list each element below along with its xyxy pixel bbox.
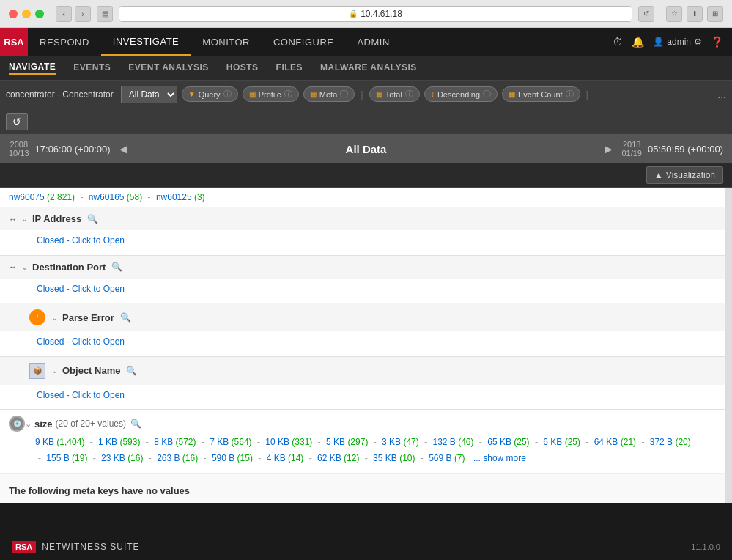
maximize-btn[interactable] xyxy=(35,10,44,18)
left-arrow[interactable]: ◀ xyxy=(119,143,127,155)
tab-malware-analysis[interactable]: MALWARE ANALYSIS xyxy=(320,62,417,74)
app-nav: RSA RESPOND INVESTIGATE MONITOR CONFIGUR… xyxy=(0,28,732,56)
size-6kb-link[interactable]: 6 KB xyxy=(543,437,562,447)
tab-navigate[interactable]: NAVIGATE xyxy=(9,62,56,75)
profile-info-icon: ⓘ xyxy=(284,89,292,100)
parse-error-header[interactable]: ! ⌄ Parse Error 🔍 xyxy=(0,303,725,331)
forward-button[interactable]: › xyxy=(75,6,91,22)
size-372b-link[interactable]: 372 B xyxy=(650,437,673,447)
profile-grid-icon: ▦ xyxy=(249,90,256,98)
size-search-icon[interactable]: 🔍 xyxy=(130,419,141,429)
clock-icon[interactable]: ⏱ xyxy=(613,36,623,48)
nav-configure[interactable]: CONFIGURE xyxy=(262,28,346,56)
object-name-section: 📦 ⌄ Object Name 🔍 Closed - Click to Open xyxy=(0,357,725,410)
size-9kb-link[interactable]: 9 KB xyxy=(35,437,54,447)
help-icon[interactable]: ❓ xyxy=(711,36,723,48)
nav-monitor[interactable]: MONITOR xyxy=(191,28,262,56)
visualization-button[interactable]: ▲ Visualization xyxy=(646,166,723,184)
nw60075-link[interactable]: nw60075 xyxy=(9,192,45,202)
dest-closed-text[interactable]: Closed - Click to Open xyxy=(37,284,125,294)
toolbar-more-button[interactable]: ... xyxy=(717,89,726,100)
start-month-day: 10/13 xyxy=(9,149,29,158)
size-10kb-link[interactable]: 10 KB xyxy=(265,437,289,447)
traffic-lights xyxy=(9,10,44,18)
event-count-pill[interactable]: ▦ Event Count ⓘ xyxy=(502,86,580,102)
minimize-btn[interactable] xyxy=(22,10,31,18)
nw60075-count: (2,821) xyxy=(47,192,75,202)
tab-files[interactable]: FILES xyxy=(276,62,303,74)
tab-event-analysis[interactable]: EVENT ANALYSIS xyxy=(128,62,208,74)
window-expand-button[interactable]: ▤ xyxy=(97,6,113,22)
parse-search-icon[interactable]: 🔍 xyxy=(120,312,131,323)
size-569b-link[interactable]: 569 B xyxy=(429,453,451,463)
size-263b-link[interactable]: 263 B xyxy=(157,453,180,463)
data-select[interactable]: All Data xyxy=(121,86,177,103)
dest-search-icon[interactable]: 🔍 xyxy=(111,262,122,272)
parse-closed-text[interactable]: Closed - Click to Open xyxy=(37,336,125,347)
filter-icon: ▼ xyxy=(188,90,196,98)
ip-closed-text[interactable]: Closed - Click to Open xyxy=(37,235,125,246)
size-3kb-link[interactable]: 3 KB xyxy=(382,437,401,447)
size-5kb-link[interactable]: 5 KB xyxy=(326,437,345,447)
descending-pill[interactable]: ↕ Descending ⓘ xyxy=(424,86,498,102)
ip-address-header[interactable]: ↔ ⌄ IP Address 🔍 xyxy=(0,207,725,230)
nw60165-link[interactable]: nw60165 xyxy=(89,192,125,202)
size-62kb-link[interactable]: 62 KB xyxy=(317,453,341,463)
size-155b-link[interactable]: 155 B xyxy=(46,453,69,463)
nw60125-link[interactable]: nw60125 xyxy=(156,192,192,202)
reload-button[interactable]: ↺ xyxy=(638,6,654,22)
obj-expand-icon[interactable]: ⌄ xyxy=(51,366,58,375)
right-arrow[interactable]: ▶ xyxy=(605,143,613,155)
nav-investigate[interactable]: INVESTIGATE xyxy=(101,28,191,56)
footer: RSA NETWITNESS SUITE 11.1.0.0 xyxy=(0,534,732,560)
close-btn[interactable] xyxy=(9,10,18,18)
profile-pill[interactable]: ▦ Profile ⓘ xyxy=(243,86,299,102)
bookmark-button[interactable]: ☆ xyxy=(666,6,682,22)
size-4kb-link[interactable]: 4 KB xyxy=(267,453,286,463)
size-65kb-link[interactable]: 65 KB xyxy=(487,437,511,447)
object-name-header[interactable]: 📦 ⌄ Object Name 🔍 xyxy=(0,357,725,385)
dest-expand-icon[interactable]: ⌄ xyxy=(21,262,28,272)
ip-search-icon[interactable]: 🔍 xyxy=(87,214,98,224)
tab-hosts[interactable]: HOSTS xyxy=(226,62,259,74)
bell-icon[interactable]: 🔔 xyxy=(632,36,644,48)
show-more-link[interactable]: ... show more xyxy=(473,453,526,463)
nav-admin[interactable]: ADMIN xyxy=(345,28,401,56)
obj-search-icon[interactable]: 🔍 xyxy=(126,366,137,376)
share-button[interactable]: ⬆ xyxy=(687,6,703,22)
ip-address-values: Closed - Click to Open xyxy=(0,230,725,255)
parse-expand-icon[interactable]: ⌄ xyxy=(51,313,58,323)
size-disk-icon: 💿 xyxy=(9,416,25,432)
size-7kb-link[interactable]: 7 KB xyxy=(210,437,229,447)
destination-port-header[interactable]: ↔ ⌄ Destination Port 🔍 xyxy=(0,256,725,279)
sep2: - xyxy=(148,192,153,202)
tab-events[interactable]: EVENTS xyxy=(73,62,111,74)
parse-error-section: ! ⌄ Parse Error 🔍 Closed - Click to Open xyxy=(0,303,725,357)
admin-user[interactable]: 👤 admin ⚙ xyxy=(653,37,702,47)
size-expand-icon[interactable]: ⌄ xyxy=(25,419,32,429)
back-button[interactable]: ‹ xyxy=(56,6,72,22)
obj-closed-text[interactable]: Closed - Click to Open xyxy=(37,390,125,400)
size-590b-link[interactable]: 590 B xyxy=(212,453,234,463)
action-bar: ↺ xyxy=(0,108,732,135)
size-35kb-link[interactable]: 35 KB xyxy=(373,453,397,463)
size-132b-link[interactable]: 132 B xyxy=(432,437,455,447)
size-8kb-link[interactable]: 8 KB xyxy=(154,437,173,447)
title-bar: ‹ › ▤ 🔒 10.4.61.18 ↺ ☆ ⬆ ⊞ xyxy=(0,0,732,28)
total-pill[interactable]: ▦ Total ⓘ xyxy=(369,86,420,102)
source-label: concentrator - Concentrator xyxy=(6,89,114,100)
object-name-title: Object Name xyxy=(62,365,120,376)
viz-bar: ▲ Visualization xyxy=(0,163,732,188)
address-bar[interactable]: 🔒 10.4.61.18 xyxy=(119,6,632,22)
size-23kb-link[interactable]: 23 KB xyxy=(101,453,125,463)
more-button[interactable]: ⊞ xyxy=(707,6,723,22)
ip-address-section: ↔ ⌄ IP Address 🔍 Closed - Click to Open xyxy=(0,207,725,256)
meta-pill[interactable]: ▦ Meta ⓘ xyxy=(303,86,355,102)
nav-respond[interactable]: RESPOND xyxy=(28,28,101,56)
ip-expand-icon[interactable]: ⌄ xyxy=(21,214,28,224)
size-1kb-link[interactable]: 1 KB xyxy=(98,437,117,447)
size-header: 💿 ⌄ size (20 of 20+ values) 🔍 xyxy=(9,416,716,432)
refresh-button[interactable]: ↺ xyxy=(6,113,28,130)
query-pill[interactable]: ▼ Query ⓘ xyxy=(182,86,238,102)
size-64kb-link[interactable]: 64 KB xyxy=(594,437,618,447)
